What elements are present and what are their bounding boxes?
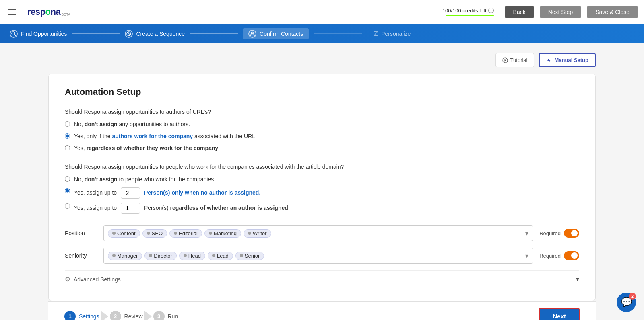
progress-line-1 <box>72 33 120 34</box>
radio-no-assign-companies[interactable] <box>65 176 70 182</box>
tag-marketing: Marketing <box>204 229 241 238</box>
svg-marker-6 <box>504 59 506 61</box>
chat-bubble[interactable]: 💬 2 <box>617 293 636 312</box>
seniority-label: Seniority <box>65 252 97 259</box>
persons-count-2[interactable] <box>121 187 140 199</box>
option-yes-regardless-authors[interactable]: Yes, regardless of whether they work for… <box>65 144 579 152</box>
option-yes-company-authors[interactable]: Yes, only if the authors work for the co… <box>65 133 579 141</box>
tag-director: Director <box>144 252 177 260</box>
tag-manager: Manager <box>108 252 142 260</box>
step-3-label: Run <box>168 313 178 320</box>
svg-rect-4 <box>374 32 378 36</box>
tag-seo: SEO <box>142 229 167 238</box>
seniority-tags-input[interactable]: Manager Director Head Lead Senior ▾ <box>103 248 533 264</box>
credits-text: 100/100 credits left i <box>442 8 494 14</box>
top-actions: Tutorial Manual Setup <box>48 53 596 67</box>
step-circle-1: 1 <box>64 311 76 320</box>
credits-section: 100/100 credits left i <box>442 8 494 16</box>
step-2-label: Review <box>124 313 143 320</box>
advanced-settings-row[interactable]: ⚙ Advanced Settings ▾ <box>65 270 579 288</box>
tag-lead: Lead <box>208 252 233 260</box>
logo-text: respona <box>27 7 60 17</box>
section1-question: Should Respona assign opportunities to a… <box>65 109 579 115</box>
radio-yes-company-authors[interactable] <box>65 133 70 139</box>
card-title: Automation Setup <box>65 87 579 97</box>
section2-question: Should Respona assign opportunities to p… <box>65 164 579 170</box>
manual-setup-button[interactable]: Manual Setup <box>539 53 596 67</box>
step-circle-3: 3 <box>153 311 165 320</box>
persons-count-1[interactable] <box>121 203 140 214</box>
step-circle-2: 2 <box>110 311 121 320</box>
logo-beta: BETA <box>61 12 70 16</box>
find-opportunities-label: Find Opportunities <box>21 31 67 37</box>
tag-content: Content <box>108 229 140 238</box>
save-close-button[interactable]: Save & Close <box>587 6 638 18</box>
radio-yes-2-no-author[interactable] <box>65 188 70 193</box>
play-icon <box>502 57 508 63</box>
credits-fill <box>446 15 494 16</box>
option-no-assign-companies[interactable]: No, don't assign to people who work for … <box>65 176 579 184</box>
svg-line-1 <box>14 35 16 36</box>
back-button[interactable]: Back <box>505 6 534 18</box>
step-arrow-1 <box>101 311 108 320</box>
tag-editorial: Editorial <box>169 229 202 238</box>
progress-line-2 <box>190 33 238 34</box>
position-required-label: Required <box>539 229 579 238</box>
option-no-assign-authors[interactable]: No, don't assign any opportunities to au… <box>65 121 579 129</box>
lightning-icon <box>546 57 552 63</box>
bottom-navigation: 1 Settings 2 Review 3 Run Next <box>48 301 596 320</box>
position-chevron-icon: ▾ <box>525 230 528 237</box>
step-personalize[interactable]: Personalize <box>373 31 411 37</box>
position-required-toggle[interactable] <box>564 229 579 238</box>
chevron-down-icon: ▾ <box>576 275 579 283</box>
seniority-chevron-icon: ▾ <box>525 252 528 260</box>
find-opportunities-icon <box>10 30 18 38</box>
credits-bar <box>446 15 494 16</box>
step-indicator-2: 2 Review <box>110 311 143 320</box>
option-yes-assign-up-to-1[interactable]: Yes, assign up to Person(s) regardless o… <box>65 203 579 214</box>
advanced-settings-label: Advanced Settings <box>74 276 121 283</box>
radio-yes-regardless-authors[interactable] <box>65 145 70 150</box>
progress-line-3 <box>314 33 362 34</box>
create-sequence-icon <box>125 30 133 38</box>
next-step-button[interactable]: Next Step <box>540 6 581 18</box>
confirm-contacts-icon <box>248 30 256 38</box>
seniority-row: Seniority Manager Director Head Lead Sen… <box>65 248 579 264</box>
position-row: Position Content SEO Editorial Marketing… <box>65 225 579 241</box>
radio-no-assign-authors[interactable] <box>65 121 70 127</box>
option-yes-assign-up-to-2[interactable]: Yes, assign up to Person(s) only when no… <box>65 187 579 199</box>
steps-indicators: 1 Settings 2 Review 3 Run <box>64 311 178 320</box>
svg-marker-7 <box>547 58 551 63</box>
tag-head: Head <box>179 252 205 260</box>
credits-info-icon[interactable]: i <box>488 8 494 13</box>
create-sequence-label: Create a Sequence <box>136 31 185 37</box>
position-tags-input[interactable]: Content SEO Editorial Marketing Writer ▾ <box>103 225 533 241</box>
main-content: Tutorial Manual Setup Automation Setup S… <box>0 43 644 320</box>
step-confirm-contacts[interactable]: Confirm Contacts <box>243 28 309 39</box>
next-button[interactable]: Next <box>539 308 580 320</box>
header: respona BETA 100/100 credits left i Back… <box>0 0 644 24</box>
section-companies: Should Respona assign opportunities to p… <box>65 164 579 214</box>
step-arrow-2 <box>144 311 152 320</box>
seniority-required-toggle[interactable] <box>564 251 579 260</box>
step-1-label: Settings <box>79 313 99 320</box>
menu-icon[interactable] <box>6 8 18 16</box>
step-indicator-1: 1 Settings <box>64 311 99 320</box>
step-create-sequence[interactable]: Create a Sequence <box>125 30 185 38</box>
tutorial-button[interactable]: Tutorial <box>495 53 535 67</box>
confirm-contacts-label: Confirm Contacts <box>260 31 303 37</box>
svg-point-0 <box>12 32 15 35</box>
tag-senior: Senior <box>235 252 264 260</box>
automation-setup-card: Automation Setup Should Respona assign o… <box>48 74 596 301</box>
step-indicator-3: 3 Run <box>153 311 178 320</box>
personalize-label: Personalize <box>381 31 411 37</box>
seniority-required-label: Required <box>539 251 579 260</box>
step-find-opportunities[interactable]: Find Opportunities <box>10 30 67 38</box>
section-authors: Should Respona assign opportunities to a… <box>65 109 579 152</box>
radio-yes-1-regardless[interactable] <box>65 203 70 209</box>
tag-writer: Writer <box>244 229 271 238</box>
position-label: Position <box>65 230 97 236</box>
chat-badge: 2 <box>629 293 636 300</box>
logo: respona BETA <box>27 7 70 17</box>
progress-bar: Find Opportunities Create a Sequence Con… <box>0 24 644 43</box>
